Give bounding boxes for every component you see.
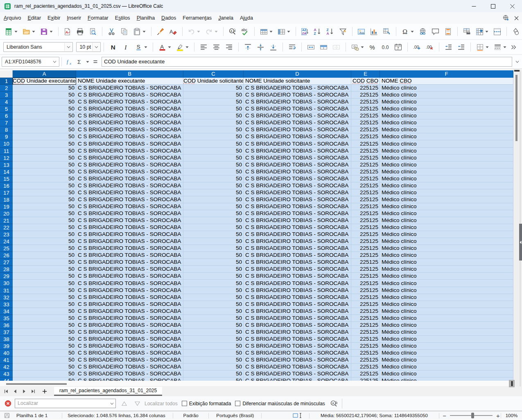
- cell-E21[interactable]: 225125: [351, 217, 380, 224]
- cell-D42[interactable]: C S BRIGADEIRO TOBIAS - SOROCABA: [244, 364, 351, 371]
- row-header-11[interactable]: 11: [0, 148, 13, 155]
- formatted-display-checkbox-box[interactable]: [182, 401, 187, 406]
- split-window-button[interactable]: [492, 27, 502, 37]
- cell-A22[interactable]: 50: [13, 224, 76, 231]
- cell-F23[interactable]: Médico clínico: [380, 231, 513, 238]
- cell-E26[interactable]: 225125: [351, 252, 380, 259]
- cell-E25[interactable]: 225125: [351, 245, 380, 252]
- align-center-button[interactable]: [211, 42, 221, 52]
- menu-estilos[interactable]: Estilos: [112, 13, 133, 22]
- cell-C43[interactable]: 50: [183, 371, 244, 377]
- cell-D5[interactable]: C S BRIGADEIRO TOBIAS - SOROCABA: [244, 106, 351, 112]
- cell-C20[interactable]: 50: [183, 210, 244, 217]
- cell-C30[interactable]: 50: [183, 280, 244, 287]
- cell-F5[interactable]: Médico clínico: [380, 106, 513, 112]
- cell-A34[interactable]: 50: [13, 308, 76, 315]
- row-header-40[interactable]: 40: [0, 350, 13, 357]
- row-header-15[interactable]: 15: [0, 175, 13, 182]
- cell-C28[interactable]: 50: [183, 266, 244, 273]
- row-header-9[interactable]: 9: [0, 133, 13, 140]
- zoom-out-icon[interactable]: −: [443, 412, 446, 419]
- insert-row-dropdown-icon[interactable]: [269, 31, 273, 33]
- select-all-corner[interactable]: [0, 70, 13, 78]
- cell-D32[interactable]: C S BRIGADEIRO TOBIAS - SOROCABA: [244, 294, 351, 301]
- print-preview-button[interactable]: [88, 27, 98, 37]
- cell-C27[interactable]: 50: [183, 259, 244, 266]
- cell-B41[interactable]: C S BRIGADEIRO TOBIAS - SOROCABA: [76, 357, 183, 364]
- formatted-display-checkbox[interactable]: Exibição formatada: [182, 401, 231, 407]
- cell-F19[interactable]: Médico clínico: [380, 203, 513, 210]
- zoom-in-icon[interactable]: +: [496, 412, 500, 419]
- cell-C21[interactable]: 50: [183, 217, 244, 224]
- cell-D30[interactable]: C S BRIGADEIRO TOBIAS - SOROCABA: [244, 280, 351, 287]
- insert-column-button[interactable]: [276, 27, 292, 37]
- delete-decimal-button[interactable]: .00: [425, 42, 435, 52]
- row-header-17[interactable]: 17: [0, 189, 13, 196]
- cell-C26[interactable]: 50: [183, 252, 244, 259]
- cell-E4[interactable]: 225125: [351, 99, 380, 106]
- row-header-12[interactable]: 12: [0, 155, 13, 162]
- cell-E14[interactable]: 225125: [351, 168, 380, 175]
- cell-A27[interactable]: 50: [13, 259, 76, 266]
- borders-dropdown-icon[interactable]: [486, 46, 489, 48]
- cell-E27[interactable]: 225125: [351, 259, 380, 266]
- border-style-button[interactable]: [493, 42, 508, 52]
- cell-B2[interactable]: C S BRIGADEIRO TOBIAS - SOROCABA: [76, 85, 183, 92]
- print-area-button[interactable]: [462, 27, 472, 37]
- column-header-D[interactable]: D: [244, 70, 351, 78]
- cell-E32[interactable]: 225125: [351, 294, 380, 301]
- cell-A29[interactable]: 50: [13, 273, 76, 280]
- row-header-20[interactable]: 20: [0, 210, 13, 217]
- increase-indent-button[interactable]: [443, 42, 454, 52]
- row-header-8[interactable]: 8: [0, 126, 13, 133]
- cell-F43[interactable]: Médico clínico: [380, 371, 513, 377]
- sort-button[interactable]: AZZA: [300, 27, 310, 37]
- cell-F35[interactable]: Médico clínico: [380, 315, 513, 322]
- cell-B14[interactable]: C S BRIGADEIRO TOBIAS - SOROCABA: [76, 168, 183, 175]
- zoom-slider[interactable]: [450, 415, 493, 416]
- insert-image-button[interactable]: [356, 27, 366, 37]
- column-header-C[interactable]: C: [183, 70, 244, 78]
- cell-A42[interactable]: 50: [13, 364, 76, 371]
- row-header-13[interactable]: 13: [0, 162, 13, 168]
- insert-comment-button[interactable]: [430, 27, 441, 37]
- cell-A16[interactable]: 50: [13, 182, 76, 189]
- row-header-24[interactable]: 24: [0, 238, 13, 245]
- find-input[interactable]: Localizar: [15, 399, 116, 408]
- currency-format-button[interactable]: [350, 42, 365, 52]
- cell-A10[interactable]: 50: [13, 140, 76, 148]
- cell-B44[interactable]: C S BRIGADEIRO TOBIAS - SOROCABA: [76, 377, 183, 381]
- cell-F13[interactable]: Médico clínico: [380, 162, 513, 168]
- export-pdf-button[interactable]: A: [62, 27, 72, 37]
- cell-B27[interactable]: C S BRIGADEIRO TOBIAS - SOROCABA: [76, 259, 183, 266]
- cell-C2[interactable]: 50: [183, 85, 244, 92]
- menu-janela[interactable]: Janela: [215, 13, 236, 22]
- cell-C7[interactable]: 50: [183, 119, 244, 126]
- pivot-table-button[interactable]: [382, 27, 392, 37]
- row-header-32[interactable]: 32: [0, 294, 13, 301]
- cell-F2[interactable]: Médico clínico: [380, 85, 513, 92]
- cell-F28[interactable]: Médico clínico: [380, 266, 513, 273]
- cell-D44[interactable]: C S BRIGADEIRO TOBIAS - SOROCABA: [244, 377, 351, 381]
- cell-E1[interactable]: COD CBO: [351, 78, 380, 85]
- cell-B17[interactable]: C S BRIGADEIRO TOBIAS - SOROCABA: [76, 189, 183, 196]
- cell-C33[interactable]: 50: [183, 301, 244, 308]
- close-button[interactable]: [503, 0, 522, 12]
- cell-F11[interactable]: Médico clínico: [380, 148, 513, 155]
- cell-E20[interactable]: 225125: [351, 210, 380, 217]
- formula-equals-icon[interactable]: [91, 58, 100, 65]
- row-header-14[interactable]: 14: [0, 168, 13, 175]
- cell-F3[interactable]: Médico clínico: [380, 92, 513, 99]
- cell-B20[interactable]: C S BRIGADEIRO TOBIAS - SOROCABA: [76, 210, 183, 217]
- font-color-button[interactable]: A: [157, 42, 172, 52]
- highlight-color-dropdown-icon[interactable]: [185, 46, 189, 48]
- cell-C18[interactable]: 50: [183, 196, 244, 203]
- cell-E37[interactable]: 225125: [351, 329, 380, 336]
- font-name-dropdown-icon[interactable]: [64, 43, 72, 51]
- cell-B11[interactable]: C S BRIGADEIRO TOBIAS - SOROCABA: [76, 148, 183, 155]
- cell-C19[interactable]: 50: [183, 203, 244, 210]
- cell-C9[interactable]: 50: [183, 133, 244, 140]
- new-document-dropdown-icon[interactable]: [14, 31, 18, 33]
- menu-formatar[interactable]: Formatar: [85, 13, 111, 22]
- save-dropdown-icon[interactable]: [50, 31, 53, 33]
